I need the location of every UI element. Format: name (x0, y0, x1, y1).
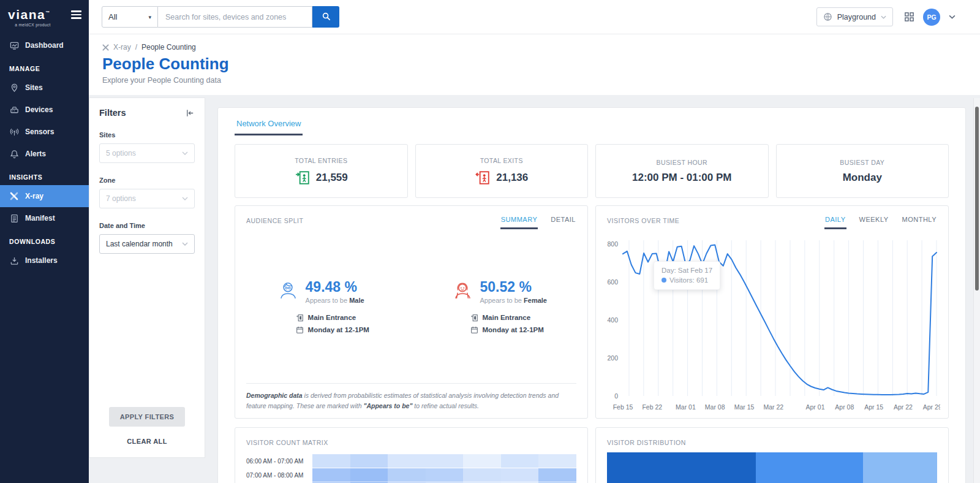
sidebar-item-label: X-ray (25, 192, 43, 200)
visitors-over-time-title: VISITORS OVER TIME (607, 216, 679, 224)
date-filter-select[interactable]: Last calendar month (99, 234, 195, 254)
distribution-segment[interactable] (607, 452, 756, 483)
door-icon (296, 314, 304, 322)
distribution-segment[interactable] (863, 452, 937, 483)
search-scope-select[interactable]: All ▾ (102, 6, 158, 28)
globe-icon (823, 12, 832, 21)
matrix-cell[interactable] (501, 454, 539, 468)
visitors-chart-svg: 0200400600800Feb 15Feb 22Mar 01Mar 08Mar… (601, 234, 940, 413)
search-icon (322, 12, 331, 23)
main-column: All ▾ Playground (89, 0, 980, 483)
scrollbar-thumb[interactable] (975, 107, 979, 291)
sidebar-item-sensors[interactable]: Sensors (0, 121, 89, 143)
user-menu-chevron-icon[interactable] (949, 15, 956, 19)
apply-filters-button[interactable]: APPLY FILTERS (109, 407, 186, 427)
app-window: viana™ a meldCX product DashboardMANAGES… (0, 0, 980, 483)
sidebar-item-devices[interactable]: Devices (0, 99, 89, 121)
logo-subtitle: a meldCX product (8, 23, 51, 27)
zone-filter-select[interactable]: 7 options (99, 189, 195, 208)
devices-icon (9, 105, 19, 115)
audience-split-title: AUDIENCE SPLIT (246, 216, 303, 224)
matrix-cell[interactable] (426, 454, 464, 468)
search-input[interactable] (158, 6, 312, 28)
visitors-chart: 0200400600800Feb 15Feb 22Mar 01Mar 08Mar… (601, 234, 940, 413)
dashboard-icon (9, 40, 19, 50)
peak-time: Monday at 12-1PM (483, 326, 544, 333)
visitors-tab-monthly[interactable]: MONTHLY (902, 216, 937, 229)
matrix-cell[interactable] (312, 468, 350, 482)
visitors-tab-daily[interactable]: DAILY (824, 216, 846, 229)
clear-all-button[interactable]: CLEAR ALL (99, 438, 195, 445)
apps-grid-icon[interactable] (904, 12, 914, 22)
audience-tab-detail[interactable]: DETAIL (550, 216, 576, 229)
scope-caret-icon: ▾ (148, 14, 151, 20)
tab-network-overview[interactable]: Network Overview (235, 119, 303, 135)
sites-filter-label: Sites (99, 131, 195, 139)
stat-label: TOTAL EXITS (480, 157, 523, 164)
sidebar-item-label: Devices (25, 105, 53, 114)
visitors-over-time-panel: VISITORS OVER TIME DAILYWEEKLYMONTHLY 02… (595, 205, 949, 419)
sensors-icon (9, 127, 19, 137)
sites-filter-select[interactable]: 5 options (99, 143, 195, 163)
sidebar-item-installers[interactable]: Installers (0, 249, 89, 272)
user-avatar[interactable]: PG (923, 9, 940, 26)
matrix-cell[interactable] (538, 454, 576, 468)
matrix-cell[interactable] (388, 468, 426, 482)
page-header: X-ray / People Counting People Counting … (89, 34, 980, 95)
sidebar-item-label: Manifest (25, 214, 55, 222)
visitors-tab-weekly[interactable]: WEEKLY (859, 216, 889, 229)
entry-door-icon (295, 170, 311, 186)
breadcrumb: X-ray / People Counting (102, 43, 980, 51)
sidebar-item-alerts[interactable]: Alerts (0, 143, 89, 165)
svg-text:Apr 01: Apr 01 (806, 403, 825, 411)
audience-group-male: 49.48 %Appears to be MaleMain EntranceMo… (235, 279, 412, 334)
svg-text:400: 400 (607, 316, 618, 324)
matrix-cell[interactable] (463, 468, 501, 482)
sidebar-item-dashboard[interactable]: Dashboard (0, 34, 89, 56)
manifest-icon (9, 213, 19, 223)
matrix-cell[interactable] (501, 468, 539, 482)
hamburger-menu-icon[interactable] (71, 10, 81, 21)
svg-text:Apr 08: Apr 08 (835, 403, 854, 411)
audience-percent: 49.48 % (306, 279, 364, 295)
svg-text:800: 800 (607, 240, 618, 248)
exit-door-icon (475, 170, 491, 186)
stat-value: 21,559 (316, 172, 348, 184)
peak-time: Monday at 12-1PM (308, 326, 369, 333)
sidebar-item-x-ray[interactable]: X-ray (0, 185, 89, 207)
audience-percent: 50.52 % (480, 279, 547, 295)
sidebar-item-sites[interactable]: Sites (0, 77, 89, 99)
svg-text:0: 0 (614, 392, 618, 400)
breadcrumb-root[interactable]: X-ray (113, 43, 131, 51)
sidebar-section-downloads: DOWNLOADS (0, 229, 89, 249)
chevron-down-icon (182, 197, 188, 200)
matrix-cell[interactable] (538, 468, 576, 482)
audience-tab-summary[interactable]: SUMMARY (500, 216, 538, 229)
stat-label: BUSIEST HOUR (657, 159, 707, 166)
audience-split-tabs: SUMMARYDETAIL (500, 216, 576, 229)
distribution-segment[interactable] (756, 452, 863, 483)
org-select[interactable]: Playground (816, 7, 893, 26)
stats-row: TOTAL ENTRIES21,559TOTAL EXITS21,136BUSI… (235, 144, 949, 198)
svg-text:Feb 22: Feb 22 (642, 403, 662, 411)
sidebar-section-manage: MANAGE (0, 56, 89, 77)
appears-to-be-label: Appears to be Female (480, 297, 547, 304)
xray-icon (9, 191, 19, 201)
sidebar: viana™ a meldCX product DashboardMANAGES… (0, 0, 89, 483)
search-button[interactable] (312, 6, 339, 28)
svg-text:Mar 15: Mar 15 (734, 403, 755, 411)
matrix-cell[interactable] (388, 454, 426, 468)
series-dot-icon (662, 278, 666, 283)
top-zone-row: Main Entrance (470, 314, 547, 322)
matrix-cell[interactable] (426, 468, 464, 482)
calendar-icon (296, 326, 304, 334)
vertical-scrollbar (973, 98, 980, 483)
matrix-cell[interactable] (312, 454, 350, 468)
collapse-panel-icon[interactable] (186, 108, 195, 118)
matrix-cell[interactable] (350, 468, 388, 482)
matrix-cell[interactable] (463, 454, 501, 468)
visitor-count-matrix-panel: VISITOR COUNT MATRIX 06:00 AM - 07:00 AM… (235, 427, 588, 483)
sidebar-item-manifest[interactable]: Manifest (0, 207, 89, 229)
matrix-cell[interactable] (350, 454, 388, 468)
filters-panel: Filters Sites 5 options Zone 7 options D… (89, 97, 205, 458)
